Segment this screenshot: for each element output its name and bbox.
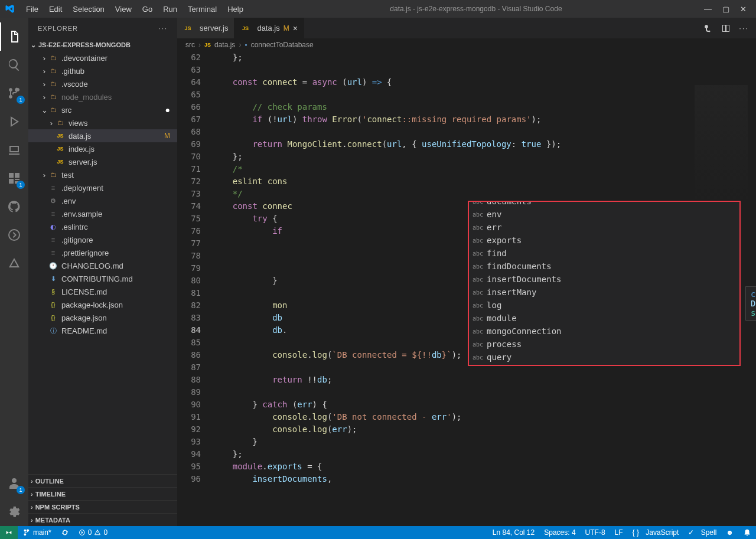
menu-terminal[interactable]: Terminal <box>183 2 221 16</box>
feedback[interactable]: ☻ <box>721 528 738 537</box>
bell-icon <box>743 528 751 537</box>
minimap[interactable] <box>695 85 748 203</box>
editor-area: JS server.js JS data.js M × ··· src› JS … <box>177 18 756 526</box>
tree-folder[interactable]: ›🗀views <box>28 116 177 129</box>
gear-icon <box>7 505 21 519</box>
debug-icon <box>7 115 21 129</box>
tree-folder[interactable]: ›🗀.github <box>28 64 177 77</box>
activity-remote[interactable] <box>0 136 28 164</box>
tree-file[interactable]: ◐.eslintrc <box>28 220 177 233</box>
js-icon: JS <box>183 24 193 33</box>
tree-folder[interactable]: ›🗀.vscode <box>28 77 177 90</box>
tab-server[interactable]: JS server.js <box>177 18 234 38</box>
tree-file[interactable]: ⬇CONTRIBUTING.md <box>28 272 177 285</box>
remote-indicator[interactable] <box>0 526 18 539</box>
menu-file[interactable]: File <box>21 2 43 16</box>
files-icon <box>8 30 22 44</box>
indentation[interactable]: Spaces: 4 <box>539 528 580 537</box>
activity-scm[interactable]: 1 <box>0 79 28 107</box>
activity-bar: 1 1 1 <box>0 18 28 526</box>
timeline-section[interactable]: ›TIMELINE <box>28 487 177 500</box>
breadcrumb[interactable]: src› JS data.js› ▫ connectToDatabase <box>177 38 756 51</box>
maximize-button[interactable]: ▢ <box>722 5 729 14</box>
github-icon <box>7 200 21 214</box>
suggest-item[interactable]: abcquery <box>469 351 739 364</box>
close-icon[interactable]: × <box>293 24 298 33</box>
explorer-header: EXPLORER ··· <box>28 18 177 38</box>
problems-indicator[interactable]: 0 0 <box>74 526 112 539</box>
error-icon <box>79 529 86 536</box>
tree-file[interactable]: JSdata.jsM <box>28 129 177 142</box>
suggest-item[interactable]: abcfindDocuments <box>469 260 739 273</box>
menu-edit[interactable]: Edit <box>44 2 67 16</box>
notifications[interactable] <box>738 528 756 537</box>
language-mode[interactable]: { } JavaScript <box>628 528 684 537</box>
menu-view[interactable]: View <box>110 2 136 16</box>
tree-file[interactable]: {}package-lock.json <box>28 298 177 311</box>
tree-file[interactable]: ≡.gitignore <box>28 233 177 246</box>
eol[interactable]: LF <box>610 528 628 537</box>
modified-badge: M <box>284 24 289 32</box>
suggest-item[interactable]: abcmongoConnection <box>469 325 739 338</box>
activity-azure[interactable] <box>0 249 28 277</box>
tab-data[interactable]: JS data.js M × <box>234 18 304 38</box>
split-icon[interactable] <box>721 24 731 33</box>
line-gutter: 6263646566676869707172737475767778798081… <box>177 51 213 526</box>
compare-icon[interactable] <box>703 24 713 33</box>
tree-file[interactable]: ⚙.env <box>28 194 177 207</box>
activity-settings[interactable] <box>0 498 28 526</box>
activity-testing[interactable] <box>0 221 28 249</box>
activity-account[interactable]: 1 <box>0 469 28 498</box>
suggest-item[interactable]: abclog <box>469 299 739 312</box>
minimize-button[interactable]: — <box>704 5 712 14</box>
menu-selection[interactable]: Selection <box>68 2 109 16</box>
tree-folder[interactable]: ⌄🗀src● <box>28 103 177 116</box>
tree-file[interactable]: JSserver.js <box>28 155 177 168</box>
more-icon[interactable]: ··· <box>159 25 168 32</box>
menu-go[interactable]: Go <box>138 2 157 16</box>
tree-file[interactable]: 🕐CHANGELOG.md <box>28 259 177 272</box>
activity-explorer[interactable] <box>0 22 28 51</box>
activity-extensions[interactable]: 1 <box>0 164 28 192</box>
menu-help[interactable]: Help <box>223 2 248 16</box>
cursor-position[interactable]: Ln 84, Col 12 <box>488 528 539 537</box>
suggest-item[interactable]: abcinsertDocuments <box>469 273 739 286</box>
tab-bar: JS server.js JS data.js M × ··· <box>177 18 756 38</box>
more-icon[interactable]: ··· <box>739 24 749 32</box>
activity-search[interactable] <box>0 51 28 79</box>
menu-run[interactable]: Run <box>158 2 182 16</box>
scm-badge: 1 <box>17 96 25 104</box>
suggest-item[interactable]: abcexports <box>469 234 739 247</box>
npm-section[interactable]: ›NPM SCRIPTS <box>28 500 177 513</box>
outline-section[interactable]: ›OUTLINE <box>28 474 177 487</box>
tree-file[interactable]: ⓘREADME.md <box>28 324 177 337</box>
sync-indicator[interactable] <box>56 526 74 539</box>
suggest-item[interactable]: abcenv <box>469 208 739 221</box>
suggest-item[interactable]: abcinsertMany <box>469 286 739 299</box>
intellisense-popup[interactable]: abcdocumentsabcenvabcerrabcexportsabcfin… <box>468 201 741 366</box>
suggest-item[interactable]: abcerr <box>469 221 739 234</box>
branch-indicator[interactable]: main* <box>18 526 56 539</box>
project-header[interactable]: ⌄ JS-E2E-EXPRESS-MONGODB <box>28 38 177 51</box>
tree-file[interactable]: {}package.json <box>28 311 177 324</box>
encoding[interactable]: UTF-8 <box>581 528 610 537</box>
spell-check[interactable]: ✓ Spell <box>683 528 721 537</box>
tree-file[interactable]: §LICENSE.md <box>28 285 177 298</box>
activity-debug[interactable] <box>0 107 28 136</box>
tree-folder[interactable]: ›🗀.devcontainer <box>28 51 177 64</box>
tree-folder[interactable]: ›🗀node_modules <box>28 90 177 103</box>
tree-file[interactable]: ≡.env.sample <box>28 207 177 220</box>
suggest-item[interactable]: abcprocess <box>469 338 739 351</box>
tree-folder[interactable]: ›🗀test <box>28 168 177 181</box>
suggest-item[interactable]: abcfind <box>469 247 739 260</box>
window-title: data.js - js-e2e-express-mongodb - Visua… <box>248 5 704 13</box>
activity-github[interactable] <box>0 192 28 221</box>
tree-file[interactable]: ≡.deployment <box>28 181 177 194</box>
metadata-section[interactable]: ›METADATA <box>28 513 177 526</box>
tree-file[interactable]: JSindex.js <box>28 142 177 155</box>
tree-file[interactable]: ≡.prettierignore <box>28 246 177 259</box>
file-tree: ›🗀.devcontainer›🗀.github›🗀.vscode›🗀node_… <box>28 51 177 474</box>
suggest-item[interactable]: abcmodule <box>469 312 739 325</box>
suggest-item[interactable]: abcdocuments <box>469 201 739 208</box>
close-button[interactable]: ✕ <box>740 5 747 14</box>
